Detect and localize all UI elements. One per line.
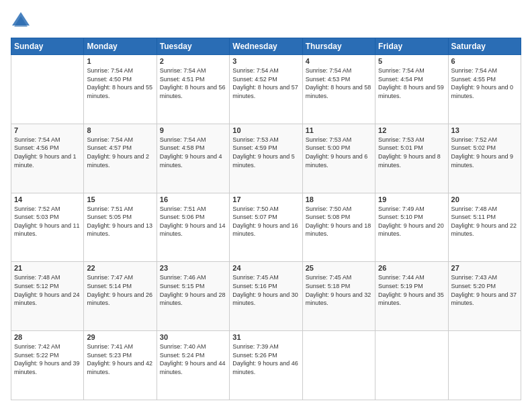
logo-icon <box>11 11 31 31</box>
day-info: Sunrise: 7:54 AMSunset: 4:50 PMDaylight:… <box>87 66 153 100</box>
day-info: Sunrise: 7:54 AMSunset: 4:52 PMDaylight:… <box>232 66 299 100</box>
calendar-cell: 6Sunrise: 7:54 AMSunset: 4:55 PMDaylight… <box>448 55 521 124</box>
day-number: 5 <box>378 57 445 65</box>
calendar-cell: 25Sunrise: 7:45 AMSunset: 5:18 PMDayligh… <box>302 262 375 331</box>
day-info: Sunrise: 7:48 AMSunset: 5:11 PMDaylight:… <box>451 205 518 238</box>
calendar-cell: 14Sunrise: 7:52 AMSunset: 5:03 PMDayligh… <box>11 193 84 262</box>
page: SundayMondayTuesdayWednesdayThursdayFrid… <box>0 0 532 411</box>
day-info: Sunrise: 7:54 AMSunset: 4:55 PMDaylight:… <box>451 66 518 100</box>
calendar-cell: 15Sunrise: 7:51 AMSunset: 5:05 PMDayligh… <box>84 193 157 262</box>
day-header-tuesday: Tuesday <box>157 38 229 55</box>
logo <box>11 11 34 31</box>
day-info: Sunrise: 7:54 AMSunset: 4:56 PMDaylight:… <box>14 136 81 169</box>
calendar-cell: 18Sunrise: 7:50 AMSunset: 5:08 PMDayligh… <box>302 193 375 262</box>
calendar-cell: 19Sunrise: 7:49 AMSunset: 5:10 PMDayligh… <box>375 193 448 262</box>
day-info: Sunrise: 7:43 AMSunset: 5:20 PMDaylight:… <box>451 273 518 307</box>
day-number: 30 <box>160 333 226 341</box>
calendar-cell: 21Sunrise: 7:48 AMSunset: 5:12 PMDayligh… <box>11 262 84 331</box>
calendar-table: SundayMondayTuesdayWednesdayThursdayFrid… <box>11 38 521 400</box>
day-number: 11 <box>306 126 372 134</box>
calendar-week-row: 1Sunrise: 7:54 AMSunset: 4:50 PMDaylight… <box>11 55 521 124</box>
calendar-cell <box>302 331 375 400</box>
calendar-week-row: 14Sunrise: 7:52 AMSunset: 5:03 PMDayligh… <box>11 193 521 262</box>
day-number: 12 <box>378 126 445 134</box>
day-number: 29 <box>87 333 153 341</box>
calendar-cell <box>448 331 521 400</box>
day-number: 24 <box>232 264 299 272</box>
calendar-cell: 2Sunrise: 7:54 AMSunset: 4:51 PMDaylight… <box>157 55 229 124</box>
day-info: Sunrise: 7:51 AMSunset: 5:06 PMDaylight:… <box>160 205 226 238</box>
calendar-cell: 26Sunrise: 7:44 AMSunset: 5:19 PMDayligh… <box>375 262 448 331</box>
day-number: 14 <box>14 195 81 203</box>
day-info: Sunrise: 7:51 AMSunset: 5:05 PMDaylight:… <box>87 205 153 238</box>
calendar-cell: 28Sunrise: 7:42 AMSunset: 5:22 PMDayligh… <box>11 331 84 400</box>
calendar-cell: 16Sunrise: 7:51 AMSunset: 5:06 PMDayligh… <box>157 193 229 262</box>
day-number: 20 <box>451 195 518 203</box>
calendar-cell: 31Sunrise: 7:39 AMSunset: 5:26 PMDayligh… <box>230 331 302 400</box>
calendar-cell: 30Sunrise: 7:40 AMSunset: 5:24 PMDayligh… <box>157 331 229 400</box>
calendar-week-row: 21Sunrise: 7:48 AMSunset: 5:12 PMDayligh… <box>11 262 521 331</box>
day-info: Sunrise: 7:47 AMSunset: 5:14 PMDaylight:… <box>87 273 153 307</box>
day-info: Sunrise: 7:49 AMSunset: 5:10 PMDaylight:… <box>378 205 445 238</box>
calendar-cell: 1Sunrise: 7:54 AMSunset: 4:50 PMDaylight… <box>84 55 157 124</box>
day-number: 6 <box>451 57 518 65</box>
day-info: Sunrise: 7:54 AMSunset: 4:58 PMDaylight:… <box>160 136 226 169</box>
calendar-week-row: 7Sunrise: 7:54 AMSunset: 4:56 PMDaylight… <box>11 124 521 193</box>
day-info: Sunrise: 7:53 AMSunset: 5:01 PMDaylight:… <box>378 136 445 169</box>
day-number: 10 <box>232 126 299 134</box>
day-number: 23 <box>160 264 226 272</box>
calendar-cell: 11Sunrise: 7:53 AMSunset: 5:00 PMDayligh… <box>302 124 375 193</box>
calendar-cell <box>375 331 448 400</box>
calendar-cell: 29Sunrise: 7:41 AMSunset: 5:23 PMDayligh… <box>84 331 157 400</box>
calendar-cell: 23Sunrise: 7:46 AMSunset: 5:15 PMDayligh… <box>157 262 229 331</box>
day-number: 22 <box>87 264 153 272</box>
calendar-cell: 20Sunrise: 7:48 AMSunset: 5:11 PMDayligh… <box>448 193 521 262</box>
day-number: 3 <box>232 57 299 65</box>
day-info: Sunrise: 7:44 AMSunset: 5:19 PMDaylight:… <box>378 273 445 307</box>
header <box>11 11 521 31</box>
day-header-wednesday: Wednesday <box>230 38 302 55</box>
day-number: 4 <box>306 57 372 65</box>
day-header-monday: Monday <box>84 38 157 55</box>
day-header-saturday: Saturday <box>448 38 521 55</box>
day-number: 25 <box>306 264 372 272</box>
day-header-thursday: Thursday <box>302 38 375 55</box>
day-info: Sunrise: 7:42 AMSunset: 5:22 PMDaylight:… <box>14 342 81 376</box>
day-header-sunday: Sunday <box>11 38 84 55</box>
day-info: Sunrise: 7:41 AMSunset: 5:23 PMDaylight:… <box>87 342 153 376</box>
calendar-cell: 5Sunrise: 7:54 AMSunset: 4:54 PMDaylight… <box>375 55 448 124</box>
day-info: Sunrise: 7:53 AMSunset: 5:00 PMDaylight:… <box>306 136 372 169</box>
calendar-cell: 12Sunrise: 7:53 AMSunset: 5:01 PMDayligh… <box>375 124 448 193</box>
day-info: Sunrise: 7:46 AMSunset: 5:15 PMDaylight:… <box>160 273 226 307</box>
calendar-cell: 4Sunrise: 7:54 AMSunset: 4:53 PMDaylight… <box>302 55 375 124</box>
calendar-cell: 3Sunrise: 7:54 AMSunset: 4:52 PMDaylight… <box>230 55 302 124</box>
day-number: 21 <box>14 264 81 272</box>
calendar-header-row: SundayMondayTuesdayWednesdayThursdayFrid… <box>11 38 521 55</box>
day-info: Sunrise: 7:48 AMSunset: 5:12 PMDaylight:… <box>14 273 81 307</box>
day-info: Sunrise: 7:54 AMSunset: 4:57 PMDaylight:… <box>87 136 153 169</box>
calendar-cell: 13Sunrise: 7:52 AMSunset: 5:02 PMDayligh… <box>448 124 521 193</box>
calendar-cell: 17Sunrise: 7:50 AMSunset: 5:07 PMDayligh… <box>230 193 302 262</box>
day-number: 15 <box>87 195 153 203</box>
day-number: 17 <box>232 195 299 203</box>
day-info: Sunrise: 7:40 AMSunset: 5:24 PMDaylight:… <box>160 342 226 376</box>
day-number: 27 <box>451 264 518 272</box>
calendar-cell: 24Sunrise: 7:45 AMSunset: 5:16 PMDayligh… <box>230 262 302 331</box>
day-number: 8 <box>87 126 153 134</box>
day-info: Sunrise: 7:45 AMSunset: 5:16 PMDaylight:… <box>232 273 299 307</box>
day-number: 13 <box>451 126 518 134</box>
day-info: Sunrise: 7:39 AMSunset: 5:26 PMDaylight:… <box>232 342 299 376</box>
day-number: 18 <box>306 195 372 203</box>
calendar-cell: 7Sunrise: 7:54 AMSunset: 4:56 PMDaylight… <box>11 124 84 193</box>
day-info: Sunrise: 7:52 AMSunset: 5:02 PMDaylight:… <box>451 136 518 169</box>
calendar-cell: 10Sunrise: 7:53 AMSunset: 4:59 PMDayligh… <box>230 124 302 193</box>
day-info: Sunrise: 7:54 AMSunset: 4:53 PMDaylight:… <box>306 66 372 100</box>
calendar-cell: 9Sunrise: 7:54 AMSunset: 4:58 PMDaylight… <box>157 124 229 193</box>
day-number: 19 <box>378 195 445 203</box>
day-number: 9 <box>160 126 226 134</box>
day-info: Sunrise: 7:53 AMSunset: 4:59 PMDaylight:… <box>232 136 299 169</box>
day-info: Sunrise: 7:52 AMSunset: 5:03 PMDaylight:… <box>14 205 81 238</box>
day-number: 26 <box>378 264 445 272</box>
day-number: 7 <box>14 126 81 134</box>
calendar-cell: 8Sunrise: 7:54 AMSunset: 4:57 PMDaylight… <box>84 124 157 193</box>
